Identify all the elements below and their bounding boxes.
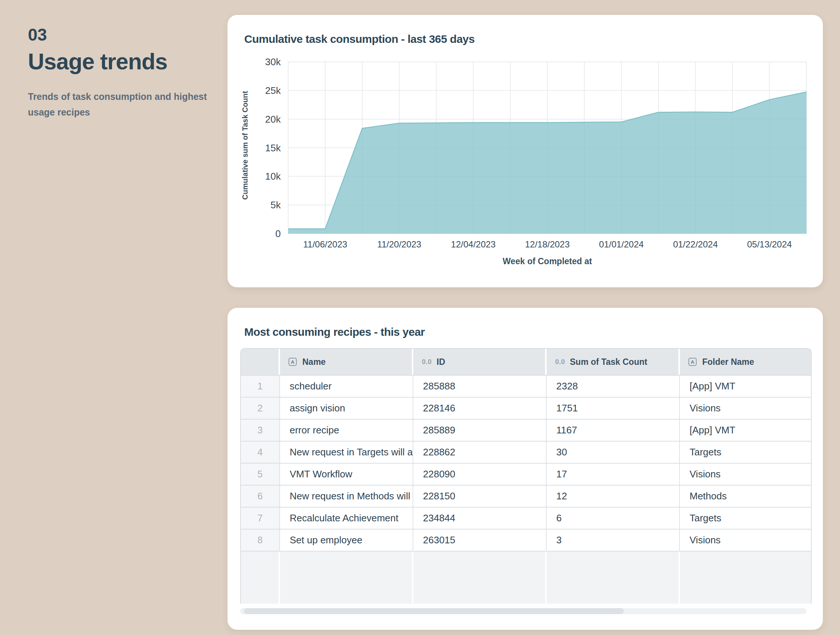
row-number-cell: 5 — [241, 464, 280, 485]
table-row: 3error recipe2858891167[App] VMT — [241, 420, 811, 442]
cell-folder_name[interactable]: Targets — [680, 442, 811, 463]
x-tick-label: 01/01/2024 — [599, 239, 644, 249]
table-row: 4New request in Targets will as22886230T… — [241, 442, 811, 464]
horizontal-scrollbar-thumb[interactable] — [244, 608, 624, 614]
cell-id[interactable]: 228146 — [413, 397, 546, 419]
cell-name[interactable]: assign vision — [280, 397, 413, 419]
y-tick-label: 25k — [265, 85, 281, 96]
table-title: Most consuming recipes - this year — [244, 326, 425, 338]
x-tick-label: 11/20/2023 — [377, 239, 421, 249]
section-description: Trends of task consumption and highest u… — [28, 89, 221, 120]
cell-name[interactable]: Set up employee — [280, 529, 413, 551]
empty-cell — [413, 551, 546, 604]
column-header-label: Sum of Task Count — [570, 357, 647, 367]
table-row: 8Set up employee2630153Visions — [241, 529, 811, 551]
cell-id[interactable]: 285888 — [413, 375, 546, 397]
cell-id[interactable]: 285889 — [413, 420, 546, 441]
column-header-label: Name — [302, 357, 326, 367]
empty-rows-area — [241, 551, 811, 604]
cell-id[interactable]: 228150 — [413, 486, 546, 507]
number-type-icon: 0.0 — [422, 358, 432, 366]
y-tick-label: 20k — [265, 114, 281, 125]
cell-folder_name[interactable]: [App] VMT — [680, 375, 811, 397]
cell-sum_of_task_count[interactable]: 17 — [546, 464, 680, 485]
cell-sum_of_task_count[interactable]: 1167 — [546, 420, 680, 441]
cell-name[interactable]: scheduler — [280, 375, 413, 397]
number-type-icon: 0.0 — [555, 358, 565, 366]
table-row: 1scheduler2858882328[App] VMT — [241, 375, 811, 397]
column-header-name[interactable]: AName — [280, 349, 413, 375]
table-row: 2assign vision2281461751Visions — [241, 397, 811, 420]
x-tick-label: 05/13/2024 — [747, 239, 792, 249]
cell-name[interactable]: New request in Targets will as — [280, 442, 413, 463]
cell-name[interactable]: error recipe — [280, 420, 413, 441]
table-card: Most consuming recipes - this year AName… — [227, 308, 823, 630]
row-number-cell: 7 — [241, 508, 280, 529]
column-header-folder_name[interactable]: AFolder Name — [680, 349, 811, 375]
cell-sum_of_task_count[interactable]: 6 — [546, 508, 680, 529]
y-tick-label: 15k — [265, 143, 281, 154]
cell-folder_name[interactable]: Methods — [680, 486, 811, 507]
row-number-cell: 8 — [241, 529, 280, 551]
page-title: Usage trends — [28, 48, 167, 74]
y-tick-label: 10k — [265, 171, 281, 182]
y-axis-title: Cumulative sum of Task Count — [241, 67, 251, 223]
table-row: 6New request in Methods will a22815012Me… — [241, 486, 811, 508]
column-header-label: ID — [437, 357, 445, 367]
cell-id[interactable]: 234844 — [413, 508, 546, 529]
x-tick-label: 12/18/2023 — [525, 239, 570, 249]
section-number: 03 — [28, 25, 47, 45]
cell-id[interactable]: 263015 — [413, 529, 546, 551]
row-number-cell: 1 — [241, 375, 280, 397]
table-header-row: AName0.0ID0.0Sum of Task CountAFolder Na… — [241, 349, 811, 375]
row-number-cell: 3 — [241, 420, 280, 441]
column-header-label: Folder Name — [702, 357, 754, 367]
cell-sum_of_task_count[interactable]: 12 — [546, 486, 680, 507]
x-tick-label: 11/06/2023 — [303, 239, 347, 249]
empty-cell — [546, 551, 680, 604]
cell-name[interactable]: VMT Workflow — [280, 464, 413, 485]
x-axis-title: Week of Completed at — [503, 257, 592, 266]
column-header-sum_of_task_count[interactable]: 0.0Sum of Task Count — [546, 349, 680, 375]
y-tick-label: 30k — [265, 56, 281, 67]
x-tick-label: 01/22/2024 — [673, 239, 718, 249]
cell-folder_name[interactable]: Visions — [680, 397, 811, 419]
row-number-cell: 2 — [241, 397, 280, 419]
cell-folder_name[interactable]: Visions — [680, 529, 811, 551]
row-number-cell: 6 — [241, 486, 280, 507]
x-tick-label: 12/04/2023 — [451, 239, 496, 249]
row-number-cell: 4 — [241, 442, 280, 463]
empty-cell — [680, 551, 811, 604]
empty-cell — [280, 551, 413, 604]
column-header-id[interactable]: 0.0ID — [413, 349, 546, 375]
y-tick-label: 5k — [271, 200, 281, 211]
chart-card: Cumulative task consumption - last 365 d… — [227, 15, 823, 287]
table-row: 7Recalculate Achievement2348446Targets — [241, 508, 811, 529]
horizontal-scrollbar-track[interactable] — [240, 608, 807, 614]
text-type-icon: A — [688, 358, 697, 366]
cell-folder_name[interactable]: Visions — [680, 464, 811, 485]
cell-sum_of_task_count[interactable]: 30 — [546, 442, 680, 463]
y-tick-label: 0 — [276, 228, 281, 239]
cell-sum_of_task_count[interactable]: 3 — [546, 529, 680, 551]
cell-sum_of_task_count[interactable]: 2328 — [546, 375, 680, 397]
cell-name[interactable]: Recalculate Achievement — [280, 508, 413, 529]
cell-sum_of_task_count[interactable]: 1751 — [546, 397, 680, 419]
table-row: 5VMT Workflow22809017Visions — [241, 464, 811, 486]
cell-folder_name[interactable]: [App] VMT — [680, 420, 811, 441]
cell-folder_name[interactable]: Targets — [680, 508, 811, 529]
empty-cell — [241, 551, 280, 604]
recipes-table: AName0.0ID0.0Sum of Task CountAFolder Na… — [240, 348, 812, 604]
header-corner-cell — [241, 349, 280, 375]
cell-name[interactable]: New request in Methods will a — [280, 486, 413, 507]
cell-id[interactable]: 228090 — [413, 464, 546, 485]
text-type-icon: A — [289, 358, 297, 366]
cell-id[interactable]: 228862 — [413, 442, 546, 463]
